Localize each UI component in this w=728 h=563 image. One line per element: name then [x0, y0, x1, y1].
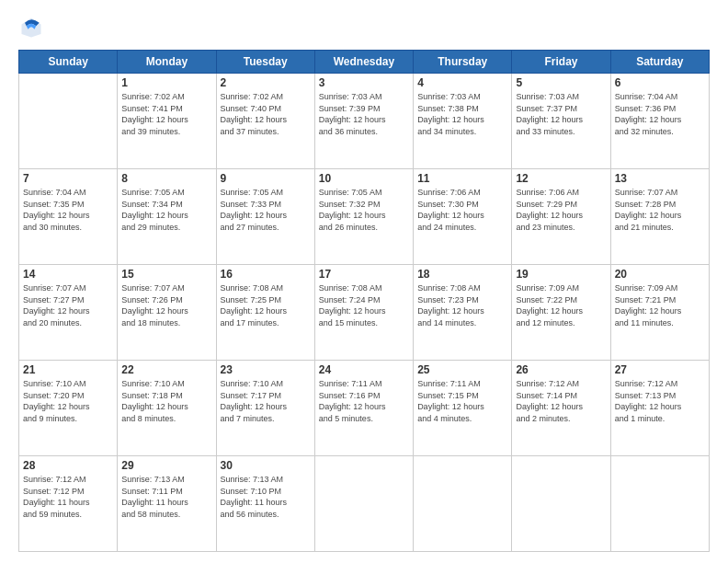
day-info: Sunrise: 7:10 AM Sunset: 7:17 PM Dayligh… [221, 378, 311, 424]
day-info: Sunrise: 7:07 AM Sunset: 7:26 PM Dayligh… [121, 282, 211, 328]
day-number: 19 [516, 268, 606, 281]
day-cell: 19Sunrise: 7:09 AM Sunset: 7:22 PM Dayli… [512, 265, 610, 361]
logo [18, 15, 48, 40]
day-number: 13 [615, 172, 705, 185]
weekday-header-tuesday: Tuesday [216, 51, 314, 74]
day-info: Sunrise: 7:04 AM Sunset: 7:36 PM Dayligh… [615, 91, 705, 137]
day-cell [314, 456, 413, 552]
weekday-header-monday: Monday [118, 51, 216, 74]
day-cell: 27Sunrise: 7:12 AM Sunset: 7:13 PM Dayli… [610, 361, 709, 456]
calendar-table: SundayMondayTuesdayWednesdayThursdayFrid… [18, 50, 710, 552]
day-info: Sunrise: 7:06 AM Sunset: 7:30 PM Dayligh… [417, 187, 507, 233]
day-number: 6 [615, 76, 705, 89]
day-info: Sunrise: 7:07 AM Sunset: 7:27 PM Dayligh… [23, 282, 113, 328]
day-number: 3 [319, 76, 409, 89]
day-number: 8 [121, 172, 211, 185]
day-number: 24 [319, 363, 409, 376]
day-cell: 17Sunrise: 7:08 AM Sunset: 7:24 PM Dayli… [314, 265, 413, 361]
page: SundayMondayTuesdayWednesdayThursdayFrid… [0, 0, 728, 563]
day-info: Sunrise: 7:12 AM Sunset: 7:14 PM Dayligh… [516, 378, 606, 424]
day-number: 21 [23, 363, 113, 376]
day-number: 1 [121, 76, 211, 89]
day-cell: 9Sunrise: 7:05 AM Sunset: 7:33 PM Daylig… [216, 169, 314, 265]
day-info: Sunrise: 7:08 AM Sunset: 7:25 PM Dayligh… [221, 282, 311, 328]
day-number: 25 [417, 363, 507, 376]
day-cell [512, 456, 610, 552]
day-info: Sunrise: 7:05 AM Sunset: 7:33 PM Dayligh… [221, 187, 311, 233]
day-number: 29 [121, 459, 211, 472]
day-info: Sunrise: 7:04 AM Sunset: 7:35 PM Dayligh… [23, 187, 113, 233]
day-number: 7 [23, 172, 113, 185]
day-number: 15 [121, 268, 211, 281]
day-cell: 22Sunrise: 7:10 AM Sunset: 7:18 PM Dayli… [118, 361, 216, 456]
day-cell [610, 456, 709, 552]
day-number: 5 [516, 76, 606, 89]
week-row-2: 14Sunrise: 7:07 AM Sunset: 7:27 PM Dayli… [19, 265, 710, 361]
weekday-header-thursday: Thursday [414, 51, 512, 74]
day-cell: 15Sunrise: 7:07 AM Sunset: 7:26 PM Dayli… [118, 265, 216, 361]
day-cell: 1Sunrise: 7:02 AM Sunset: 7:41 PM Daylig… [118, 74, 216, 169]
day-number: 14 [23, 268, 113, 281]
day-number: 27 [615, 363, 705, 376]
day-cell: 3Sunrise: 7:03 AM Sunset: 7:39 PM Daylig… [314, 74, 413, 169]
day-info: Sunrise: 7:02 AM Sunset: 7:41 PM Dayligh… [121, 91, 211, 137]
day-cell: 20Sunrise: 7:09 AM Sunset: 7:21 PM Dayli… [610, 265, 709, 361]
day-info: Sunrise: 7:12 AM Sunset: 7:13 PM Dayligh… [615, 378, 705, 424]
day-info: Sunrise: 7:09 AM Sunset: 7:22 PM Dayligh… [516, 282, 606, 328]
header [18, 15, 710, 40]
day-number: 4 [417, 76, 507, 89]
day-info: Sunrise: 7:09 AM Sunset: 7:21 PM Dayligh… [615, 282, 705, 328]
day-number: 2 [221, 76, 311, 89]
week-row-4: 28Sunrise: 7:12 AM Sunset: 7:12 PM Dayli… [19, 456, 710, 552]
day-number: 20 [615, 268, 705, 281]
day-cell [414, 456, 512, 552]
weekday-header-row: SundayMondayTuesdayWednesdayThursdayFrid… [19, 51, 710, 74]
weekday-header-friday: Friday [512, 51, 610, 74]
day-number: 16 [221, 268, 311, 281]
day-info: Sunrise: 7:05 AM Sunset: 7:34 PM Dayligh… [121, 187, 211, 233]
day-cell: 21Sunrise: 7:10 AM Sunset: 7:20 PM Dayli… [19, 361, 118, 456]
day-info: Sunrise: 7:03 AM Sunset: 7:39 PM Dayligh… [319, 91, 409, 137]
day-cell: 28Sunrise: 7:12 AM Sunset: 7:12 PM Dayli… [19, 456, 118, 552]
day-cell: 10Sunrise: 7:05 AM Sunset: 7:32 PM Dayli… [314, 169, 413, 265]
day-number: 30 [221, 459, 311, 472]
day-info: Sunrise: 7:12 AM Sunset: 7:12 PM Dayligh… [23, 474, 113, 520]
day-cell: 18Sunrise: 7:08 AM Sunset: 7:23 PM Dayli… [414, 265, 512, 361]
day-cell: 13Sunrise: 7:07 AM Sunset: 7:28 PM Dayli… [610, 169, 709, 265]
day-info: Sunrise: 7:06 AM Sunset: 7:29 PM Dayligh… [516, 187, 606, 233]
day-cell: 11Sunrise: 7:06 AM Sunset: 7:30 PM Dayli… [414, 169, 512, 265]
weekday-header-saturday: Saturday [610, 51, 709, 74]
day-info: Sunrise: 7:03 AM Sunset: 7:38 PM Dayligh… [417, 91, 507, 137]
day-info: Sunrise: 7:08 AM Sunset: 7:23 PM Dayligh… [417, 282, 507, 328]
day-cell: 2Sunrise: 7:02 AM Sunset: 7:40 PM Daylig… [216, 74, 314, 169]
day-cell: 4Sunrise: 7:03 AM Sunset: 7:38 PM Daylig… [414, 74, 512, 169]
day-cell: 7Sunrise: 7:04 AM Sunset: 7:35 PM Daylig… [19, 169, 118, 265]
day-cell: 6Sunrise: 7:04 AM Sunset: 7:36 PM Daylig… [610, 74, 709, 169]
day-cell: 26Sunrise: 7:12 AM Sunset: 7:14 PM Dayli… [512, 361, 610, 456]
day-number: 23 [221, 363, 311, 376]
day-cell: 5Sunrise: 7:03 AM Sunset: 7:37 PM Daylig… [512, 74, 610, 169]
logo-icon [18, 15, 44, 40]
day-info: Sunrise: 7:07 AM Sunset: 7:28 PM Dayligh… [615, 187, 705, 233]
day-info: Sunrise: 7:11 AM Sunset: 7:16 PM Dayligh… [319, 378, 409, 424]
day-info: Sunrise: 7:03 AM Sunset: 7:37 PM Dayligh… [516, 91, 606, 137]
day-cell: 30Sunrise: 7:13 AM Sunset: 7:10 PM Dayli… [216, 456, 314, 552]
day-cell: 14Sunrise: 7:07 AM Sunset: 7:27 PM Dayli… [19, 265, 118, 361]
day-cell: 23Sunrise: 7:10 AM Sunset: 7:17 PM Dayli… [216, 361, 314, 456]
day-number: 17 [319, 268, 409, 281]
day-info: Sunrise: 7:08 AM Sunset: 7:24 PM Dayligh… [319, 282, 409, 328]
day-number: 22 [121, 363, 211, 376]
day-cell: 12Sunrise: 7:06 AM Sunset: 7:29 PM Dayli… [512, 169, 610, 265]
day-info: Sunrise: 7:11 AM Sunset: 7:15 PM Dayligh… [417, 378, 507, 424]
day-number: 10 [319, 172, 409, 185]
week-row-0: 1Sunrise: 7:02 AM Sunset: 7:41 PM Daylig… [19, 74, 710, 169]
day-info: Sunrise: 7:10 AM Sunset: 7:18 PM Dayligh… [121, 378, 211, 424]
day-cell: 8Sunrise: 7:05 AM Sunset: 7:34 PM Daylig… [118, 169, 216, 265]
day-info: Sunrise: 7:10 AM Sunset: 7:20 PM Dayligh… [23, 378, 113, 424]
day-number: 26 [516, 363, 606, 376]
day-cell [19, 74, 118, 169]
weekday-header-sunday: Sunday [19, 51, 118, 74]
day-number: 28 [23, 459, 113, 472]
day-number: 11 [417, 172, 507, 185]
day-info: Sunrise: 7:13 AM Sunset: 7:10 PM Dayligh… [221, 474, 311, 520]
